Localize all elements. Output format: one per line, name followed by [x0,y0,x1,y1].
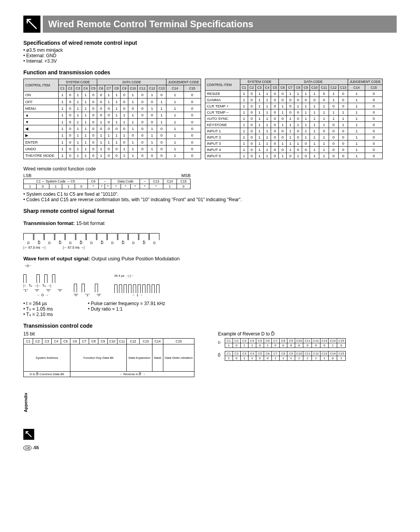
transmission-format-label: Transmission format: 15-bit format [23,220,397,226]
timing-item: t = 264 µs [23,301,53,306]
code-table-left: CONTROL ITEMSYSTEM CODEDATA CODEJUDGEMEN… [23,79,201,159]
func-title: Function and transmission codes [23,69,397,75]
lsb-table: C1 ← System Code → C5C6←Data Code→C13C14… [23,179,191,189]
tcc-table: C1C2C3C4C5C6C7C8C9C10C11C12C13C14C15Syst… [23,338,194,377]
span-67ms: |← 67.5 ms →| |← 67.5 ms →| [23,246,397,249]
page-title: Wired Remote Control Terminal Specificat… [43,16,397,33]
page-header: Wired Remote Control Terminal Specificat… [23,16,397,33]
page-number: GB -55 [23,445,397,450]
header-icon [23,16,40,33]
timing-bullets: t = 264 µs T₀ = 1.05 ms T₁ = 2.10 ms Pul… [23,301,397,317]
func-notes: System codes C1 to C5 are fixed at "1011… [23,191,397,202]
wave-mid: "0" "1" "0" [74,277,103,297]
timing-item: Duty ratio = 1:1 [88,306,165,312]
code-table-right: CONTROL ITEMSYSTEM CODEDATA CODEJUDGEMEN… [205,79,383,159]
appendix-label: Appendix [23,393,28,412]
rev-dbar-table: C1C2C3C4C5C6C7C8C9C10C11C12C13C14C151011… [225,351,346,361]
timing-item: Pulse carrier frequency = 37.91 kHz [88,301,165,306]
spec-item: Internal: +3.3V [23,58,397,64]
tcc-right: Example of Reverse D to D̄ D C1C2C3C4C5C… [218,331,345,364]
spec-item: ø3.5 mm minijack [23,47,397,53]
dbar-prefix: D̄ [218,353,223,357]
code-tables: CONTROL ITEMSYSTEM CODEDATA CODEJUDGEMEN… [23,79,397,159]
rev-d-table: C1C2C3C4C5C6C7C8C9C10C11C12C13C14C151011… [225,338,346,348]
lsb-label: LSB [23,173,32,178]
note: System codes C1 to C5 are fixed at "1011… [23,191,397,197]
wave-right: 26.4 µs →| |← ← 1 → [114,274,161,297]
spec-item: External: GND [23,53,397,58]
signal-format-title: Sharp remote control signal format [23,208,397,214]
bit-stream-diagram: DD̄DD̄DD̄DD̄DD̄DD̄D |← 67.5 ms →| |← 67.… [23,228,397,249]
waveform-diagram: →|t|← |← T₀ →|← T₁ →| "1" "0" "0" "0" ← … [23,264,397,297]
tcc-title: Transmission control code [23,323,397,329]
func-code-label: Wired remote control function code [23,166,397,172]
footer-icon [23,429,34,440]
wave-left: →|t|← |← T₀ →|← T₁ →| "1" "0" "0" "0" ← … [23,264,62,297]
timing-item: T₀ = 1.05 ms [23,306,53,312]
lsb-msb-row: LSB MSB [23,173,191,178]
rev-example-label: Example of Reverse D to D̄ [218,331,345,337]
spec-title: Specifications of wired remote control i… [23,40,397,46]
msb-label: MSB [181,173,191,178]
note: Codes C14 and C15 are reverse confirmati… [23,197,397,202]
d-prefix: D [218,341,223,344]
waveform-label: Wave form of output signal: Output using… [23,256,397,262]
timing-item: T₁ = 2.10 ms [23,312,53,317]
spec-list: ø3.5 mm minijack External: GND Internal:… [23,47,397,64]
tcc-left: 15 bit C1C2C3C4C5C6C7C8C9C10C11C12C13C14… [23,331,194,377]
tcc-15bit: 15 bit [23,331,194,337]
